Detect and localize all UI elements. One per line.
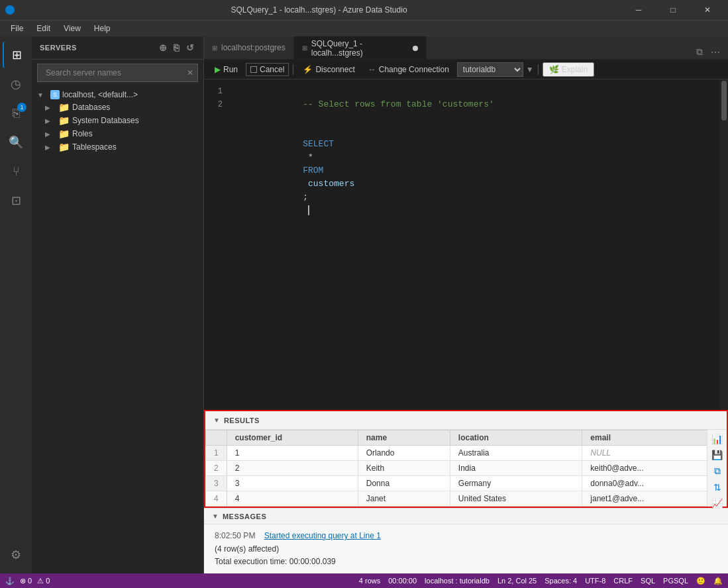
status-bell-icon[interactable]: 🔔 (713, 577, 723, 585)
app-dot-icon (5, 5, 15, 15)
code-editor[interactable]: 1 2 -- Select rows from table 'customers… (204, 79, 720, 410)
explain-button[interactable]: 🌿 Explain (543, 62, 594, 77)
row-1-email: NULL (582, 446, 727, 461)
table-row: 4 4 Janet United States janet1@adve... (206, 491, 727, 507)
servers-activity-icon[interactable]: ⊞ (3, 42, 29, 68)
results-panel: ▼ RESULTS customer_id name location emai… (204, 410, 728, 508)
status-warnings-indicator[interactable]: ⚠ 0 (37, 577, 50, 585)
menu-bar: File Edit View Help (0, 20, 728, 36)
row-4-customer_id: 4 (227, 491, 358, 507)
col-header-customer_id[interactable]: customer_id (227, 430, 358, 446)
more-actions-button[interactable]: ⋯ (708, 46, 723, 59)
filter-result-icon[interactable]: ⇅ (712, 481, 723, 494)
tree-databases-arrow: ▶ (45, 104, 56, 111)
disconnect-button[interactable]: ⚡ Disconnect (297, 64, 360, 75)
sidebar-title: SERVERS (40, 44, 77, 52)
close-button[interactable]: ✕ (692, 0, 723, 20)
tab-localhost-postgres[interactable]: ⊞ localhost:postgres (204, 36, 294, 59)
messages-panel: ▼ MESSAGES 8:02:50 PM Started executing … (204, 508, 728, 573)
tree-databases-node[interactable]: ▶ 📁 Databases (32, 101, 203, 114)
menu-view[interactable]: View (58, 23, 86, 34)
change-connection-icon: ↔ (368, 65, 376, 74)
row-2-name: Keith (358, 461, 450, 476)
cancel-button[interactable]: Cancel (246, 63, 289, 76)
messages-collapse-icon[interactable]: ▼ (212, 513, 219, 520)
scrollbar-thumb[interactable] (721, 81, 727, 121)
search-server-input[interactable] (42, 66, 184, 79)
search-activity-icon[interactable]: 🔍 (3, 129, 29, 156)
status-language[interactable]: SQL (641, 577, 655, 585)
cancel-label: Cancel (260, 65, 284, 74)
null-value: NULL (590, 448, 611, 458)
run-label: Run (223, 65, 238, 74)
status-db-type[interactable]: PGSQL (663, 577, 688, 585)
git-activity-icon[interactable]: ⑂ (3, 158, 29, 185)
explorer-activity-icon[interactable]: ⎘ 1 (3, 100, 29, 126)
new-connection-icon[interactable]: ⊕ (158, 41, 169, 54)
status-source-control-icon[interactable]: ⚓ (5, 577, 15, 585)
tree-tablespaces-node[interactable]: ▶ 📁 Tablespaces (32, 140, 203, 154)
menu-file[interactable]: File (5, 23, 28, 34)
col-header-location[interactable]: location (450, 430, 582, 446)
maximize-button[interactable]: □ (658, 0, 688, 20)
status-query-time[interactable]: 00:00:00 (388, 577, 417, 585)
minimize-button[interactable]: ─ (623, 0, 654, 20)
title-bar: SQLQuery_1 - localh...stgres) - Azure Da… (0, 0, 728, 20)
db-dropdown-icon[interactable]: ▼ (526, 65, 534, 74)
status-position[interactable]: Ln 2, Col 25 (497, 577, 537, 585)
row-2-location: India (450, 461, 582, 476)
menu-help[interactable]: Help (89, 23, 116, 34)
text-cursor (303, 205, 309, 215)
tree-systemdbs-node[interactable]: ▶ 📁 System Databases (32, 114, 203, 127)
status-row-count[interactable]: 4 rows (359, 577, 380, 585)
results-collapse-icon[interactable]: ▼ (213, 416, 220, 424)
explain-icon: 🌿 (549, 65, 559, 74)
messages-line2: (4 row(s) affected) (215, 543, 717, 556)
status-spaces[interactable]: Spaces: 4 (545, 577, 577, 585)
tree-server-node[interactable]: ▼ S localhost, <default...> (32, 89, 203, 101)
status-line-ending[interactable]: CRLF (613, 577, 633, 585)
sidebar-icon2[interactable]: ⎘ (172, 41, 181, 54)
chart-result-icon[interactable]: 📊 (710, 432, 724, 446)
messages-content: 8:02:50 PM Started executing query at Li… (204, 524, 728, 573)
change-connection-button[interactable]: ↔ Change Connection (363, 64, 454, 75)
copy-result-icon[interactable]: ⧉ (713, 464, 722, 478)
menu-edit[interactable]: Edit (31, 23, 56, 34)
sidebar: SERVERS ⊕ ⎘ ↺ ✕ ▼ S localhost, <default.… (32, 36, 204, 573)
extensions-activity-icon[interactable]: ⊡ (3, 187, 29, 214)
code-content[interactable]: -- Select rows from table 'customers' SE… (231, 85, 720, 405)
messages-timestamp: 8:02:50 PM (215, 531, 255, 540)
status-connection-info[interactable]: localhost : tutorialdb (425, 577, 490, 585)
row-2-customer_id: 2 (227, 461, 358, 476)
row-4-email: janet1@adve... (582, 491, 727, 507)
editor-scrollbar[interactable] (720, 79, 728, 410)
results-action-icons: 📊 💾 ⧉ ⇅ 📈 (707, 430, 727, 507)
history-activity-icon[interactable]: ◷ (3, 71, 29, 97)
tree-tablespaces-arrow: ▶ (45, 144, 56, 151)
sidebar-icon3[interactable]: ↺ (185, 41, 196, 54)
explorer-badge: 1 (17, 103, 26, 112)
row-3-customer_id: 3 (227, 476, 358, 491)
save-result-icon[interactable]: 💾 (710, 448, 724, 462)
col-header-name[interactable]: name (358, 430, 450, 446)
split-editor-button[interactable]: ⧉ (694, 45, 705, 59)
disconnect-icon: ⚡ (303, 65, 313, 74)
row-2-email: keith0@adve... (582, 461, 727, 476)
status-encoding[interactable]: UTF-8 (585, 577, 605, 585)
status-errors-indicator[interactable]: ⊗ 0 (20, 577, 32, 585)
search-clear-icon[interactable]: ✕ (187, 68, 193, 77)
messages-link[interactable]: Started executing query at Line 1 (264, 531, 381, 540)
row-3-num: 3 (206, 476, 227, 491)
database-selector[interactable]: tutorialdb (457, 62, 523, 77)
explain-label: Explain (562, 65, 588, 74)
row-4-location: United States (450, 491, 582, 507)
status-emoji[interactable]: 🙂 (696, 577, 705, 585)
run-button[interactable]: ▶ Run (209, 64, 243, 75)
settings-activity-icon[interactable]: ⚙ (3, 542, 29, 568)
tree-roles-node[interactable]: ▶ 📁 Roles (32, 127, 203, 140)
tree-systemdbs-arrow: ▶ (45, 117, 56, 124)
tab2-label: SQLQuery_1 - localh...stgres) (311, 39, 409, 58)
tab-sqlquery[interactable]: ⊞ SQLQuery_1 - localh...stgres) (294, 36, 427, 59)
bar-result-icon[interactable]: 📈 (710, 497, 724, 510)
col-header-email[interactable]: email (582, 430, 727, 446)
